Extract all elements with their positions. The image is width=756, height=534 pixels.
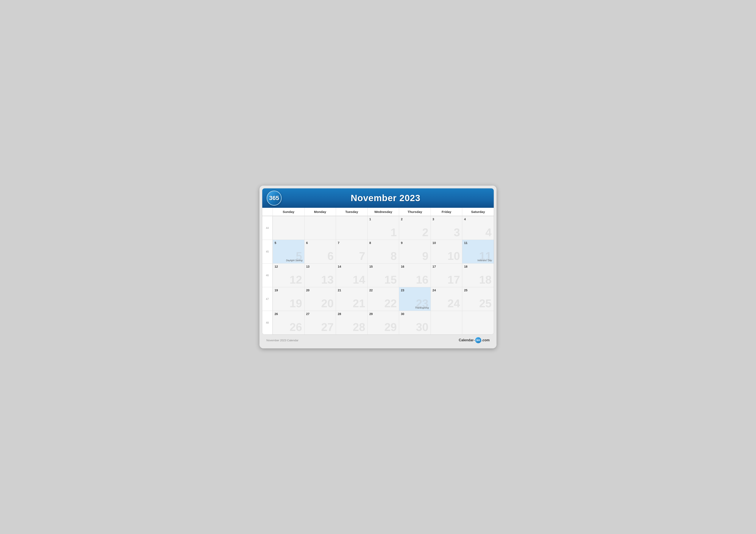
date-number-22: 22 bbox=[369, 289, 397, 292]
date-number-9: 9 bbox=[401, 241, 429, 244]
week-num-47: 47 bbox=[262, 287, 273, 311]
page-wrapper: 365 November 2023 Sunday Monday Tuesday … bbox=[259, 186, 497, 348]
calendar-cell-week5-day4: 2929 bbox=[367, 311, 399, 334]
watermark-21: 21 bbox=[353, 298, 365, 309]
date-number-3: 3 bbox=[433, 217, 461, 221]
watermark-16: 16 bbox=[416, 274, 428, 285]
footer-right: Calendar- 365 .com bbox=[459, 337, 490, 343]
day-header-sunday: Sunday bbox=[273, 208, 304, 216]
watermark-15: 15 bbox=[384, 274, 397, 285]
date-number-26: 26 bbox=[275, 312, 303, 316]
watermark-26: 26 bbox=[290, 321, 302, 333]
calendar-cell-week3-day7: 1818 bbox=[462, 263, 494, 287]
date-number-7: 7 bbox=[338, 241, 366, 244]
date-number-5: 5 bbox=[275, 241, 303, 244]
watermark-30: 30 bbox=[416, 321, 428, 333]
watermark-3: 3 bbox=[454, 227, 460, 238]
footer: November 2023 Calendar Calendar- 365 .co… bbox=[262, 335, 494, 346]
calendar-cell-week3-day5: 1616 bbox=[399, 263, 431, 287]
watermark-10: 10 bbox=[447, 250, 460, 262]
watermark-24: 24 bbox=[447, 298, 460, 309]
calendar-cell-week2-day5: 99 bbox=[399, 240, 431, 263]
date-number-12: 12 bbox=[275, 265, 303, 268]
calendar-cell-week1-day3 bbox=[336, 216, 367, 240]
date-number-30: 30 bbox=[401, 312, 429, 316]
logo-circle: 365 bbox=[267, 191, 282, 206]
date-number-8: 8 bbox=[369, 241, 397, 244]
watermark-2: 2 bbox=[422, 227, 428, 238]
date-number-15: 15 bbox=[369, 265, 397, 268]
watermark-25: 25 bbox=[479, 298, 492, 309]
calendar-cell-week1-day4: 11 bbox=[367, 216, 399, 240]
watermark-20: 20 bbox=[321, 298, 334, 309]
calendar-cell-week1-day2 bbox=[304, 216, 336, 240]
date-number-20: 20 bbox=[306, 289, 334, 292]
date-number-6: 6 bbox=[306, 241, 334, 244]
calendar-cell-week1-day6: 33 bbox=[431, 216, 462, 240]
calendar-grid: 44112233444555Daylight Saving66778899101… bbox=[262, 216, 494, 334]
date-number-10: 10 bbox=[433, 241, 461, 244]
date-number-23: 23 bbox=[401, 289, 429, 292]
date-number-17: 17 bbox=[433, 265, 461, 268]
watermark-27: 27 bbox=[321, 321, 334, 333]
event-label-daylight-saving: Daylight Saving bbox=[286, 259, 302, 262]
date-number-28: 28 bbox=[338, 312, 366, 316]
week-num-44: 44 bbox=[262, 216, 273, 240]
watermark-18: 18 bbox=[479, 274, 492, 285]
footer-brand-after: .com bbox=[482, 338, 490, 342]
watermark-29: 29 bbox=[384, 321, 397, 333]
watermark-6: 6 bbox=[327, 250, 334, 262]
week-num-45: 45 bbox=[262, 240, 273, 263]
calendar-cell-week3-day2: 1313 bbox=[304, 263, 336, 287]
day-header-wednesday: Wednesday bbox=[367, 208, 399, 216]
watermark-9: 9 bbox=[422, 250, 428, 262]
calendar-cell-week5-day1: 2626 bbox=[273, 311, 304, 334]
date-number-25: 25 bbox=[464, 289, 492, 292]
watermark-14: 14 bbox=[353, 274, 365, 285]
watermark-28: 28 bbox=[353, 321, 365, 333]
calendar-cell-week3-day1: 1212 bbox=[273, 263, 304, 287]
calendar-cell-week4-day3: 2121 bbox=[336, 287, 367, 311]
calendar-cell-week5-day5: 3030 bbox=[399, 311, 431, 334]
calendar-cell-week3-day3: 1414 bbox=[336, 263, 367, 287]
watermark-22: 22 bbox=[384, 298, 397, 309]
date-number-1: 1 bbox=[369, 217, 397, 221]
watermark-1: 1 bbox=[391, 227, 397, 238]
date-number-18: 18 bbox=[464, 265, 492, 268]
calendar-cell-week4-day2: 2020 bbox=[304, 287, 336, 311]
day-headers: Sunday Monday Tuesday Wednesday Thursday… bbox=[262, 208, 494, 216]
watermark-12: 12 bbox=[290, 274, 302, 285]
calendar-cell-week3-day4: 1515 bbox=[367, 263, 399, 287]
date-number-21: 21 bbox=[338, 289, 366, 292]
calendar-cell-week4-day4: 2222 bbox=[367, 287, 399, 311]
week-num-46: 46 bbox=[262, 263, 273, 287]
calendar-cell-week4-day6: 2424 bbox=[431, 287, 462, 311]
watermark-17: 17 bbox=[447, 274, 460, 285]
date-number-2: 2 bbox=[401, 217, 429, 221]
calendar-cell-week2-day1: 55Daylight Saving bbox=[273, 240, 304, 263]
date-number-24: 24 bbox=[433, 289, 461, 292]
calendar-cell-week4-day5: 2323Thanksgiving bbox=[399, 287, 431, 311]
calendar-cell-week1-day7: 44 bbox=[462, 216, 494, 240]
calendar-cell-week5-day2: 2727 bbox=[304, 311, 336, 334]
footer-365-circle: 365 bbox=[475, 337, 481, 343]
calendar-cell-week2-day6: 1010 bbox=[431, 240, 462, 263]
calendar-title: November 2023 bbox=[282, 193, 489, 203]
event-label-veterans'-day: Veterans' Day bbox=[477, 259, 492, 262]
date-number-19: 19 bbox=[275, 289, 303, 292]
calendar-cell-week1-day1 bbox=[273, 216, 304, 240]
watermark-7: 7 bbox=[359, 250, 365, 262]
day-header-friday: Friday bbox=[431, 208, 462, 216]
calendar-header: 365 November 2023 bbox=[262, 189, 494, 208]
calendar-cell-week2-day2: 66 bbox=[304, 240, 336, 263]
day-header-tuesday: Tuesday bbox=[336, 208, 367, 216]
date-number-4: 4 bbox=[464, 217, 492, 221]
calendar-cell-week3-day6: 1717 bbox=[431, 263, 462, 287]
week-num-header-empty bbox=[262, 208, 273, 216]
day-header-thursday: Thursday bbox=[399, 208, 431, 216]
day-header-monday: Monday bbox=[304, 208, 336, 216]
event-label-thanksgiving: Thanksgiving bbox=[415, 306, 429, 309]
watermark-4: 4 bbox=[485, 227, 492, 238]
calendar-cell-week5-day7 bbox=[462, 311, 494, 334]
calendar-cell-week4-day7: 2525 bbox=[462, 287, 494, 311]
